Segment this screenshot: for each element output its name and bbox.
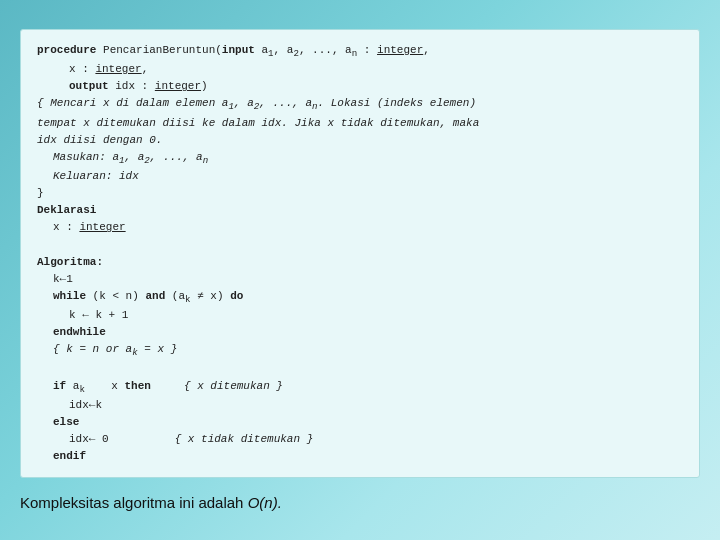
step-k-inc: k ← k + 1 [69, 307, 683, 324]
param-a: a1, a2, ..., an : integer, [261, 44, 429, 56]
while-line: while (k < n) and (ak ≠ x) do [53, 288, 683, 307]
close-brace: } [37, 185, 683, 202]
step-k-init: k←1 [53, 271, 683, 288]
param-output-line: output idx : integer) [69, 78, 683, 95]
slide-container: procedure PencarianBeruntun(input a1, a2… [20, 29, 700, 511]
bottom-label: Kompleksitas algoritma ini adalah [20, 494, 248, 511]
comment-line1: { Mencari x di dalam elemen a1, a2, ...,… [37, 95, 683, 114]
bottom-text: Kompleksitas algoritma ini adalah O(n). [20, 494, 282, 511]
algoritma-label: Algoritma: [37, 254, 683, 271]
endif-line: endif [53, 448, 683, 465]
comment-keluaran: Keluaran: idx [53, 168, 683, 185]
if-line: if ak x then { x ditemukan } [53, 378, 683, 397]
idx-assign2: idx← 0 { x tidak ditemukan } [69, 431, 683, 448]
deklarasi-label: Deklarasi [37, 202, 683, 219]
bottom-italic: O(n). [248, 494, 282, 511]
decl-x: x : integer [53, 219, 683, 236]
procedure-name: PencarianBeruntun( [103, 44, 222, 56]
param-x-line: x : integer, [69, 61, 683, 78]
keyword-procedure: procedure [37, 44, 96, 56]
post-condition: { k = n or ak = x } [53, 341, 683, 360]
comment-block: { Mencari x di dalam elemen a1, a2, ...,… [37, 95, 683, 185]
idx-assign1: idx←k [69, 397, 683, 414]
code-box: procedure PencarianBeruntun(input a1, a2… [20, 29, 700, 478]
keyword-input: input [222, 44, 255, 56]
comment-line3: idx diisi dengan 0. [37, 132, 683, 149]
else-line: else [53, 414, 683, 431]
procedure-header: procedure PencarianBeruntun(input a1, a2… [37, 42, 683, 61]
comment-masukan: Masukan: a1, a2, ..., an [53, 149, 683, 168]
endwhile-line: endwhile [53, 324, 683, 341]
comment-line2: tempat x ditemukan diisi ke dalam idx. J… [37, 115, 683, 132]
